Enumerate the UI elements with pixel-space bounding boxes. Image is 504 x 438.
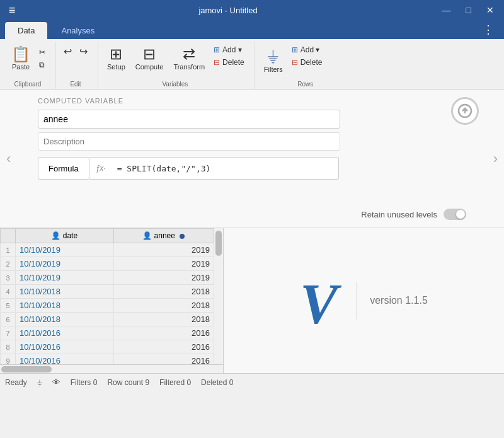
delete-var-icon: ⊟ <box>214 58 220 67</box>
table-row: 6 10/10/2018 2018 <box>1 313 214 326</box>
nav-right-button[interactable]: › <box>488 146 503 172</box>
annee-cell[interactable]: 2016 <box>113 326 214 340</box>
edit-label: Edit <box>61 78 90 89</box>
paste-icon: 📋 <box>11 47 30 62</box>
filters-count-label: Filters 0 <box>71 378 98 387</box>
paste-label: Paste <box>12 63 30 71</box>
formula-label: Formula <box>38 157 89 180</box>
title-bar-left: ≡ <box>5 3 20 18</box>
rows-label: Rows <box>260 78 351 89</box>
vertical-scrollbar[interactable] <box>214 228 223 364</box>
row-number: 6 <box>1 313 16 326</box>
row-add-delete: ⊞ Add ▾ ⊟ Delete <box>289 44 325 68</box>
delete-var-button[interactable]: ⊟ Delete <box>211 57 247 68</box>
rows-items: ⏚ Filters ⊞ Add ▾ ⊟ Delete <box>260 44 325 76</box>
maximize-button[interactable]: □ <box>461 4 476 16</box>
minimize-button[interactable]: — <box>437 4 456 16</box>
clipboard-items: 📋 Paste ✂ ⧉ <box>8 44 48 73</box>
clipboard-label: Clipboard <box>8 78 48 89</box>
annee-cell[interactable]: 2019 <box>113 271 214 285</box>
date-cell[interactable]: 10/10/2016 <box>16 340 114 354</box>
date-cell[interactable]: 10/10/2018 <box>16 313 114 326</box>
compute-button[interactable]: ⊟ Compute <box>132 44 168 73</box>
logo-panel: V version 1.1.5 <box>224 228 504 373</box>
setup-label: Setup <box>107 63 125 71</box>
annee-cell[interactable]: 2018 <box>113 285 214 299</box>
date-cell[interactable]: 10/10/2019 <box>16 257 114 271</box>
logo-v-icon: V <box>300 274 344 328</box>
computed-variable-label: COMPUTED VARIABLE <box>38 97 441 105</box>
close-button[interactable]: ✕ <box>481 4 499 16</box>
add-var-button[interactable]: ⊞ Add ▾ <box>211 44 244 55</box>
horizontal-scrollbar[interactable] <box>0 364 223 373</box>
data-grid: 👤 date 👤 annee 1 10/10/2019 2019 2 <box>0 228 214 364</box>
add-row-icon: ⊞ <box>292 45 298 54</box>
window-controls: — □ ✕ <box>437 4 499 16</box>
paste-button[interactable]: 📋 Paste <box>8 44 34 73</box>
redo-button[interactable]: ↪ <box>77 44 90 59</box>
table-row: 4 10/10/2018 2018 <box>1 285 214 299</box>
tab-bar: Data Analyses ⋮ <box>0 20 504 39</box>
formula-row: Formula ƒx· <box>38 157 441 180</box>
date-cell[interactable]: 10/10/2018 <box>16 299 114 313</box>
transform-label: Transform <box>173 63 205 71</box>
delete-row-button[interactable]: ⊟ Delete <box>289 57 325 68</box>
transform-icon: ⇄ <box>183 47 195 62</box>
logo-divider <box>357 282 357 320</box>
table-row: 3 10/10/2019 2019 <box>1 271 214 285</box>
menu-button[interactable]: ≡ <box>5 3 20 18</box>
variable-name-input[interactable] <box>38 110 340 129</box>
annee-cell[interactable]: 2019 <box>113 243 214 257</box>
annee-cell[interactable]: 2018 <box>113 299 214 313</box>
annee-cell[interactable]: 2019 <box>113 257 214 271</box>
date-cell[interactable]: 10/10/2016 <box>16 326 114 340</box>
ribbon: 📋 Paste ✂ ⧉ Clipboard ↩ ↪ Edit ⊞ <box>0 39 504 89</box>
filtered-label: Filtered 0 <box>159 378 191 387</box>
annee-cell[interactable]: 2016 <box>113 354 214 365</box>
filters-label: Filters <box>264 66 283 73</box>
annee-cell[interactable]: 2016 <box>113 340 214 354</box>
retain-unused-toggle[interactable] <box>444 209 466 220</box>
upload-button[interactable] <box>451 97 479 125</box>
title-bar: ≡ jamovi - Untitled — □ ✕ <box>0 0 504 20</box>
edit-items: ↩ ↪ <box>61 44 90 59</box>
transform-button[interactable]: ⇄ Transform <box>169 44 209 73</box>
header-annee[interactable]: 👤 annee <box>113 229 214 243</box>
date-cell[interactable]: 10/10/2019 <box>16 243 114 257</box>
table-row: 1 10/10/2019 2019 <box>1 243 214 257</box>
table-row: 7 10/10/2016 2016 <box>1 326 214 340</box>
copy-icon: ⧉ <box>39 61 45 69</box>
copy-button[interactable]: ⧉ <box>37 59 48 71</box>
row-count-label: Row count 9 <box>107 378 149 387</box>
compute-icon: ⊟ <box>143 47 156 62</box>
date-cell[interactable]: 10/10/2018 <box>16 285 114 299</box>
delete-var-label: Delete <box>222 58 244 67</box>
filters-button[interactable]: ⏚ Filters <box>260 44 287 76</box>
add-row-button[interactable]: ⊞ Add ▾ <box>289 44 323 55</box>
variable-desc-input[interactable] <box>38 132 340 151</box>
status-filters: Filters 0 <box>71 378 98 387</box>
nav-left-button[interactable]: ‹ <box>1 146 16 172</box>
annee-cell[interactable]: 2018 <box>113 313 214 326</box>
header-date[interactable]: 👤 date <box>16 229 114 243</box>
tab-analyses[interactable]: Analyses <box>49 22 107 39</box>
setup-icon: ⊞ <box>110 47 122 62</box>
tab-data[interactable]: Data <box>5 22 47 39</box>
formula-input[interactable] <box>112 157 339 180</box>
date-cell[interactable]: 10/10/2016 <box>16 354 114 365</box>
cut-button[interactable]: ✂ <box>37 47 48 58</box>
hscroll-thumb <box>1 366 52 372</box>
undo-button[interactable]: ↩ <box>61 44 74 59</box>
setup-button[interactable]: ⊞ Setup <box>103 44 129 73</box>
row-number: 1 <box>1 243 16 257</box>
annee-col-dot <box>180 234 185 239</box>
annee-col-icon: 👤 <box>142 231 152 240</box>
add-var-icon: ⊞ <box>214 45 220 54</box>
header-rownum <box>1 229 16 243</box>
ribbon-group-edit: ↩ ↪ Edit <box>59 42 98 89</box>
ribbon-group-variables: ⊞ Setup ⊟ Compute ⇄ Transform ⊞ Add ▾ ⊟ … <box>101 42 255 89</box>
ribbon-group-rows: ⏚ Filters ⊞ Add ▾ ⊟ Delete Rows <box>258 42 358 89</box>
status-deleted: Deleted 0 <box>201 378 233 387</box>
tab-more-button[interactable]: ⋮ <box>478 20 499 39</box>
date-cell[interactable]: 10/10/2019 <box>16 271 114 285</box>
